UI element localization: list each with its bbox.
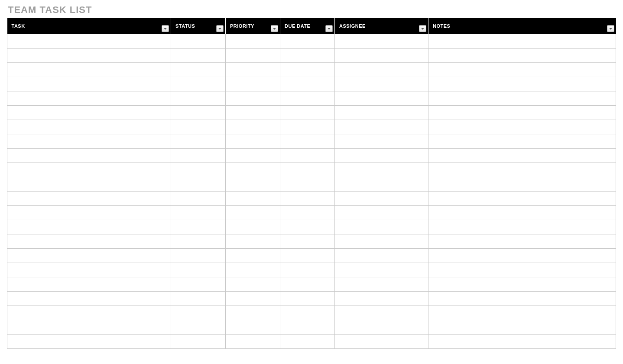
cell-status[interactable] [171,77,226,91]
cell-status[interactable] [171,277,226,292]
col-header-due-date[interactable]: DUE DATE [280,18,335,34]
cell-priority[interactable] [226,120,280,134]
col-header-task[interactable]: TASK [7,18,171,34]
cell-assignee[interactable] [335,306,428,320]
cell-task[interactable] [7,234,171,249]
cell-task[interactable] [7,277,171,292]
cell-status[interactable] [171,34,226,49]
cell-task[interactable] [7,163,171,177]
cell-task[interactable] [7,177,171,192]
filter-dropdown-icon[interactable] [271,25,278,32]
cell-status[interactable] [171,335,226,349]
cell-due_date[interactable] [280,335,335,349]
col-header-notes[interactable]: NOTES [428,18,616,34]
cell-notes[interactable] [428,91,616,106]
cell-due_date[interactable] [280,220,335,234]
cell-assignee[interactable] [335,91,428,106]
cell-assignee[interactable] [335,206,428,220]
cell-status[interactable] [171,91,226,106]
cell-due_date[interactable] [280,292,335,306]
cell-due_date[interactable] [280,120,335,134]
cell-status[interactable] [171,263,226,277]
cell-due_date[interactable] [280,149,335,163]
cell-status[interactable] [171,320,226,335]
cell-priority[interactable] [226,306,280,320]
cell-status[interactable] [171,292,226,306]
filter-dropdown-icon[interactable] [216,25,224,32]
cell-assignee[interactable] [335,335,428,349]
cell-notes[interactable] [428,34,616,49]
cell-due_date[interactable] [280,91,335,106]
cell-notes[interactable] [428,163,616,177]
cell-due_date[interactable] [280,206,335,220]
cell-notes[interactable] [428,306,616,320]
cell-notes[interactable] [428,206,616,220]
cell-task[interactable] [7,263,171,277]
cell-notes[interactable] [428,106,616,120]
cell-assignee[interactable] [335,220,428,234]
cell-status[interactable] [171,106,226,120]
cell-notes[interactable] [428,263,616,277]
cell-due_date[interactable] [280,192,335,206]
cell-due_date[interactable] [280,263,335,277]
cell-priority[interactable] [226,335,280,349]
cell-priority[interactable] [226,63,280,77]
cell-status[interactable] [171,234,226,249]
cell-due_date[interactable] [280,306,335,320]
filter-dropdown-icon[interactable] [607,25,614,32]
cell-assignee[interactable] [335,234,428,249]
cell-status[interactable] [171,120,226,134]
cell-notes[interactable] [428,77,616,91]
cell-priority[interactable] [226,149,280,163]
cell-assignee[interactable] [335,63,428,77]
cell-assignee[interactable] [335,134,428,149]
cell-notes[interactable] [428,320,616,335]
cell-assignee[interactable] [335,177,428,192]
cell-task[interactable] [7,306,171,320]
cell-due_date[interactable] [280,63,335,77]
cell-assignee[interactable] [335,34,428,49]
cell-task[interactable] [7,91,171,106]
cell-task[interactable] [7,192,171,206]
cell-task[interactable] [7,34,171,49]
filter-dropdown-icon[interactable] [325,25,333,32]
cell-priority[interactable] [226,206,280,220]
cell-due_date[interactable] [280,163,335,177]
cell-task[interactable] [7,49,171,63]
cell-status[interactable] [171,163,226,177]
cell-notes[interactable] [428,49,616,63]
cell-priority[interactable] [226,192,280,206]
cell-assignee[interactable] [335,77,428,91]
cell-assignee[interactable] [335,249,428,263]
cell-status[interactable] [171,149,226,163]
cell-due_date[interactable] [280,277,335,292]
cell-notes[interactable] [428,292,616,306]
cell-priority[interactable] [226,91,280,106]
cell-due_date[interactable] [280,177,335,192]
cell-task[interactable] [7,220,171,234]
cell-task[interactable] [7,292,171,306]
cell-task[interactable] [7,206,171,220]
cell-assignee[interactable] [335,106,428,120]
cell-notes[interactable] [428,134,616,149]
cell-priority[interactable] [226,263,280,277]
cell-notes[interactable] [428,249,616,263]
cell-priority[interactable] [226,163,280,177]
cell-notes[interactable] [428,149,616,163]
cell-notes[interactable] [428,177,616,192]
cell-assignee[interactable] [335,120,428,134]
cell-priority[interactable] [226,177,280,192]
cell-status[interactable] [171,249,226,263]
cell-priority[interactable] [226,234,280,249]
cell-status[interactable] [171,134,226,149]
cell-assignee[interactable] [335,320,428,335]
cell-task[interactable] [7,120,171,134]
cell-status[interactable] [171,192,226,206]
cell-priority[interactable] [226,34,280,49]
cell-notes[interactable] [428,234,616,249]
cell-notes[interactable] [428,220,616,234]
cell-task[interactable] [7,249,171,263]
cell-status[interactable] [171,49,226,63]
cell-notes[interactable] [428,120,616,134]
cell-task[interactable] [7,320,171,335]
